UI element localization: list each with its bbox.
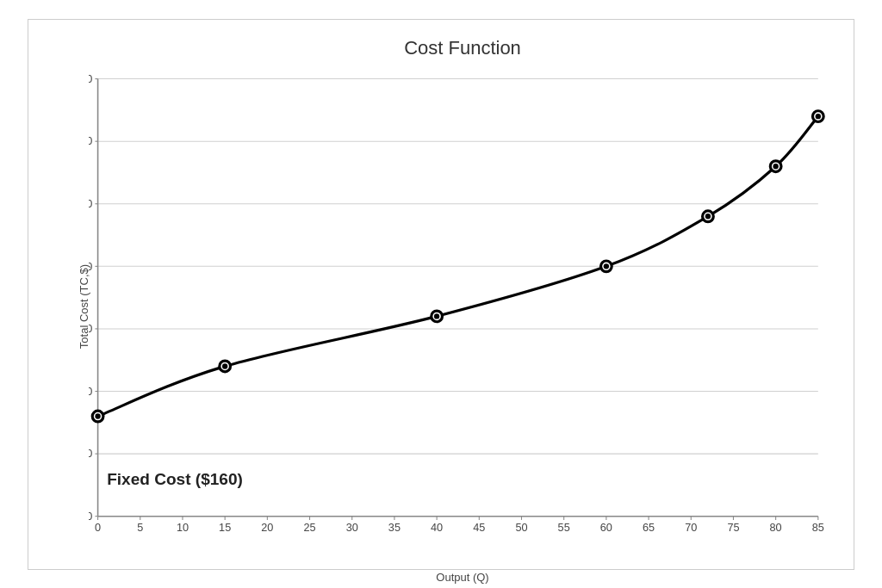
- svg-text:60: 60: [600, 521, 612, 533]
- svg-text:Fixed Cost ($160): Fixed Cost ($160): [107, 469, 243, 487]
- chart-svg: 0100200300400500600700051015202530354045…: [89, 68, 836, 545]
- svg-text:75: 75: [727, 521, 739, 533]
- svg-text:0: 0: [95, 521, 101, 533]
- svg-text:80: 80: [770, 521, 782, 533]
- svg-point-70: [705, 214, 711, 219]
- svg-text:100: 100: [89, 448, 92, 460]
- svg-text:0: 0: [89, 510, 92, 522]
- svg-text:85: 85: [812, 521, 824, 533]
- chart-title: Cost Function: [404, 37, 521, 59]
- svg-point-64: [222, 363, 227, 368]
- svg-text:20: 20: [261, 521, 273, 533]
- svg-text:70: 70: [685, 521, 697, 533]
- chart-container: Cost Function Total Cost (TC,$) Output (…: [28, 19, 854, 570]
- svg-text:15: 15: [219, 521, 231, 533]
- y-axis-label: Total Cost (TC,$): [78, 264, 90, 349]
- svg-text:45: 45: [473, 521, 485, 533]
- svg-text:55: 55: [558, 521, 570, 533]
- x-axis-label: Output (Q): [436, 571, 488, 584]
- svg-text:700: 700: [89, 72, 92, 84]
- svg-point-66: [434, 313, 439, 319]
- svg-text:600: 600: [89, 135, 92, 147]
- svg-point-68: [604, 263, 609, 269]
- svg-text:35: 35: [388, 521, 401, 533]
- svg-text:30: 30: [346, 521, 358, 533]
- svg-point-74: [816, 113, 821, 118]
- svg-point-72: [773, 164, 778, 169]
- svg-text:65: 65: [643, 521, 655, 533]
- svg-text:25: 25: [303, 521, 315, 533]
- svg-text:200: 200: [89, 385, 92, 397]
- svg-text:40: 40: [431, 521, 443, 533]
- svg-text:500: 500: [89, 197, 92, 209]
- svg-text:10: 10: [177, 521, 189, 533]
- svg-text:5: 5: [137, 521, 143, 533]
- chart-area: Total Cost (TC,$) Output (Q) 01002003004…: [89, 68, 836, 545]
- svg-point-62: [95, 413, 100, 418]
- svg-text:50: 50: [515, 521, 527, 533]
